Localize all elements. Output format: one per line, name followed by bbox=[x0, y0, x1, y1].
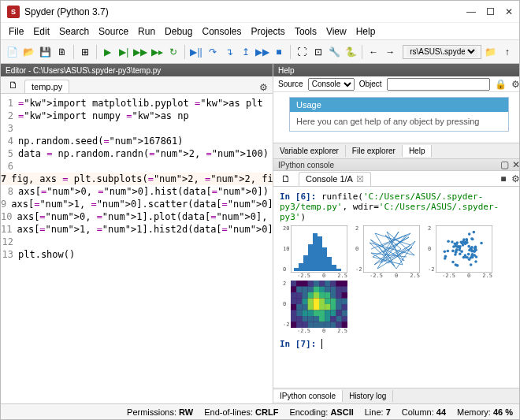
svg-rect-149 bbox=[336, 287, 342, 293]
svg-point-14 bbox=[459, 252, 462, 255]
svg-rect-6 bbox=[318, 236, 322, 271]
console-undock-icon[interactable]: ✕ bbox=[512, 159, 519, 170]
svg-rect-163 bbox=[342, 322, 347, 329]
help-pane: Help Source Console Object 🔒 ⚙ Usage Her… bbox=[273, 64, 519, 143]
stop-debug-icon[interactable]: ■ bbox=[272, 44, 286, 60]
file-list-icon[interactable]: 🗋 bbox=[6, 77, 21, 93]
python-path-icon[interactable]: 🐍 bbox=[344, 44, 358, 60]
save-icon[interactable]: 💾 bbox=[39, 44, 53, 60]
menu-projects[interactable]: Projects bbox=[251, 26, 285, 37]
console-tab[interactable]: Console 1/A ☒ bbox=[299, 172, 371, 186]
maximize-button[interactable] bbox=[487, 6, 494, 17]
menu-help[interactable]: Help bbox=[356, 26, 376, 37]
svg-rect-118 bbox=[314, 292, 319, 299]
svg-rect-156 bbox=[342, 281, 347, 287]
console-options-icon[interactable]: ⚙ bbox=[511, 173, 519, 184]
tab-help[interactable]: Help bbox=[403, 145, 433, 157]
svg-point-69 bbox=[474, 247, 477, 250]
svg-point-35 bbox=[444, 257, 447, 260]
console-output[interactable]: In [6]: runfile('C:/Users/ASUS/.spyder-p… bbox=[273, 187, 519, 388]
fullscreen-icon[interactable]: ⊡ bbox=[311, 44, 325, 60]
tab-file-explorer[interactable]: File explorer bbox=[346, 145, 403, 157]
run-cell-icon[interactable]: ▶| bbox=[117, 44, 131, 60]
menu-source[interactable]: Source bbox=[98, 26, 128, 37]
console-header: IPython console ▢ ✕ bbox=[273, 158, 519, 171]
menu-view[interactable]: View bbox=[326, 26, 347, 37]
rerun-icon[interactable]: ↻ bbox=[166, 44, 180, 60]
svg-point-49 bbox=[468, 245, 471, 248]
tab-ipython-console[interactable]: IPython console bbox=[273, 390, 343, 402]
svg-rect-140 bbox=[331, 281, 336, 287]
svg-rect-5 bbox=[313, 233, 318, 271]
svg-point-59 bbox=[481, 242, 484, 245]
titlebar: S Spyder (Python 3.7) — ✕ bbox=[1, 1, 519, 23]
menu-run[interactable]: Run bbox=[138, 26, 155, 37]
svg-rect-117 bbox=[314, 287, 319, 293]
svg-rect-142 bbox=[331, 292, 336, 299]
menu-edit[interactable]: Edit bbox=[33, 26, 50, 37]
svg-point-70 bbox=[468, 258, 471, 261]
forward-icon[interactable]: → bbox=[383, 44, 397, 60]
svg-point-47 bbox=[468, 232, 471, 236]
new-file-icon[interactable]: 📄 bbox=[6, 44, 20, 60]
svg-rect-1 bbox=[294, 268, 299, 271]
minimize-button[interactable]: — bbox=[466, 6, 476, 17]
svg-rect-108 bbox=[308, 281, 314, 287]
close-button[interactable]: ✕ bbox=[505, 6, 513, 17]
menu-debug[interactable]: Debug bbox=[165, 26, 192, 37]
menu-tools[interactable]: Tools bbox=[295, 26, 317, 37]
menubar: FileEditSearchSourceRunDebugConsolesProj… bbox=[1, 23, 519, 40]
browse-dir-icon[interactable]: 📁 bbox=[484, 44, 498, 60]
parent-dir-icon[interactable]: ↑ bbox=[500, 44, 514, 60]
svg-rect-134 bbox=[325, 292, 331, 299]
help-object-input[interactable] bbox=[387, 78, 490, 91]
continue-icon[interactable]: ▶▶ bbox=[255, 44, 269, 60]
help-lock-icon[interactable]: 🔒 bbox=[495, 79, 507, 90]
svg-rect-92 bbox=[297, 281, 303, 287]
debug-icon[interactable]: ▶|| bbox=[189, 44, 203, 60]
plot-scatter: 20-2 -2.502.5 bbox=[428, 225, 499, 279]
svg-rect-98 bbox=[297, 316, 303, 322]
svg-rect-93 bbox=[297, 287, 303, 293]
run-icon[interactable]: ▶ bbox=[100, 44, 114, 60]
editor-options-icon[interactable]: ⚙ bbox=[259, 82, 268, 93]
working-dir-select[interactable]: rs\ASUS\.spyder-py3 bbox=[403, 45, 481, 59]
help-object-label: Object bbox=[359, 80, 382, 88]
console-list-icon[interactable]: 🗋 bbox=[278, 171, 294, 187]
usage-text: Here you can get help of any object by p… bbox=[290, 112, 508, 131]
preferences-icon[interactable]: 🔧 bbox=[328, 44, 342, 60]
svg-rect-99 bbox=[297, 322, 303, 329]
menu-consoles[interactable]: Consoles bbox=[202, 26, 241, 37]
plot-hist: 20100 -2.502.5 bbox=[283, 225, 354, 279]
step-into-icon[interactable]: ↴ bbox=[222, 44, 236, 60]
svg-rect-102 bbox=[303, 292, 308, 299]
help-options-icon[interactable]: ⚙ bbox=[511, 79, 519, 90]
menu-file[interactable]: File bbox=[9, 26, 24, 37]
run-cell-advance-icon[interactable]: ▶▶ bbox=[133, 44, 147, 60]
svg-rect-113 bbox=[308, 310, 314, 317]
app-icon: S bbox=[7, 6, 20, 18]
menu-search[interactable]: Search bbox=[59, 26, 89, 37]
console-bottom-tabs: IPython consoleHistory log bbox=[273, 388, 519, 403]
svg-rect-10 bbox=[336, 269, 341, 271]
save-all-icon[interactable]: 🗎 bbox=[55, 44, 69, 60]
tab-history-log[interactable]: History log bbox=[343, 390, 393, 402]
cells-icon[interactable]: ⊞ bbox=[78, 44, 92, 60]
svg-rect-123 bbox=[314, 322, 319, 329]
console-close-icon[interactable]: ▢ bbox=[500, 159, 509, 170]
back-icon[interactable]: ← bbox=[366, 44, 381, 60]
help-source-select[interactable]: Console bbox=[308, 78, 355, 91]
svg-point-65 bbox=[466, 238, 469, 241]
editor-tab[interactable]: temp.py bbox=[24, 80, 69, 93]
tab-variable-explorer[interactable]: Variable explorer bbox=[273, 145, 346, 157]
svg-rect-97 bbox=[297, 310, 303, 317]
step-over-icon[interactable]: ↷ bbox=[206, 44, 220, 60]
run-selection-icon[interactable]: ▶▸ bbox=[150, 44, 164, 60]
svg-rect-88 bbox=[291, 304, 296, 310]
open-file-icon[interactable]: 📂 bbox=[22, 44, 36, 60]
svg-rect-111 bbox=[308, 299, 314, 305]
code-editor[interactable]: 1="kw">import matplotlib.pyplot ="kw">as… bbox=[1, 94, 273, 403]
step-out-icon[interactable]: ↥ bbox=[239, 44, 253, 60]
maximize-pane-icon[interactable]: ⛶ bbox=[295, 44, 309, 60]
console-stop-icon[interactable]: ■ bbox=[500, 173, 506, 184]
